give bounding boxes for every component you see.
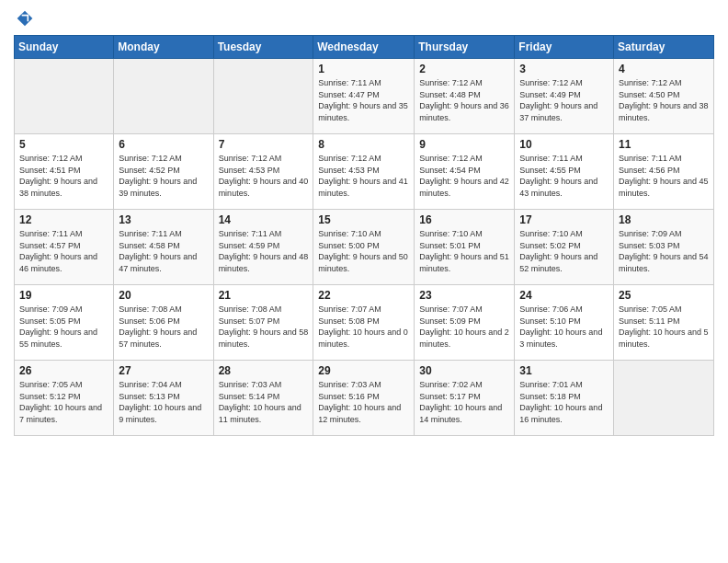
day-info: Sunrise: 7:12 AM Sunset: 4:49 PM Dayligh…: [519, 77, 609, 123]
day-number: 1: [318, 63, 409, 75]
day-info: Sunrise: 7:03 AM Sunset: 5:16 PM Dayligh…: [318, 379, 409, 425]
day-header-friday: Friday: [515, 36, 614, 59]
day-number: 6: [119, 138, 208, 151]
day-number: 22: [318, 289, 409, 302]
day-info: Sunrise: 7:06 AM Sunset: 5:10 PM Dayligh…: [519, 304, 609, 350]
calendar-cell: [114, 59, 213, 134]
day-number: 12: [19, 213, 108, 226]
calendar-cell: [213, 59, 313, 134]
day-number: 10: [519, 138, 609, 151]
day-number: 2: [419, 63, 509, 75]
day-info: Sunrise: 7:07 AM Sunset: 5:09 PM Dayligh…: [419, 304, 509, 350]
calendar-cell: 17Sunrise: 7:10 AM Sunset: 5:02 PM Dayli…: [515, 210, 614, 285]
calendar-cell: [614, 361, 714, 436]
day-info: Sunrise: 7:10 AM Sunset: 5:00 PM Dayligh…: [318, 228, 409, 274]
day-info: Sunrise: 7:08 AM Sunset: 5:06 PM Dayligh…: [119, 304, 208, 350]
calendar-cell: 28Sunrise: 7:03 AM Sunset: 5:14 PM Dayli…: [213, 361, 313, 436]
calendar-cell: 7Sunrise: 7:12 AM Sunset: 4:53 PM Daylig…: [213, 134, 313, 210]
day-info: Sunrise: 7:10 AM Sunset: 5:01 PM Dayligh…: [419, 228, 509, 274]
day-number: 29: [318, 364, 409, 377]
logo-icon: [16, 9, 34, 28]
day-info: Sunrise: 7:12 AM Sunset: 4:52 PM Dayligh…: [119, 153, 208, 199]
day-info: Sunrise: 7:09 AM Sunset: 5:05 PM Dayligh…: [19, 304, 108, 350]
day-number: 27: [119, 364, 208, 377]
calendar-cell: 31Sunrise: 7:01 AM Sunset: 5:18 PM Dayli…: [515, 361, 614, 436]
calendar-cell: 27Sunrise: 7:04 AM Sunset: 5:13 PM Dayli…: [114, 361, 213, 436]
calendar-cell: 13Sunrise: 7:11 AM Sunset: 4:58 PM Dayli…: [114, 210, 213, 285]
calendar-cell: 19Sunrise: 7:09 AM Sunset: 5:05 PM Dayli…: [15, 285, 114, 361]
day-info: Sunrise: 7:05 AM Sunset: 5:12 PM Dayligh…: [19, 379, 108, 425]
day-number: 11: [619, 138, 709, 151]
calendar-week-row: 1Sunrise: 7:11 AM Sunset: 4:47 PM Daylig…: [15, 59, 714, 134]
calendar-cell: 25Sunrise: 7:05 AM Sunset: 5:11 PM Dayli…: [614, 285, 714, 361]
calendar-cell: 5Sunrise: 7:12 AM Sunset: 4:51 PM Daylig…: [15, 134, 114, 210]
calendar-cell: [15, 59, 114, 134]
day-info: Sunrise: 7:12 AM Sunset: 4:53 PM Dayligh…: [219, 153, 309, 199]
day-info: Sunrise: 7:11 AM Sunset: 4:57 PM Dayligh…: [19, 228, 108, 274]
day-info: Sunrise: 7:01 AM Sunset: 5:18 PM Dayligh…: [519, 379, 609, 425]
day-number: 15: [318, 213, 409, 226]
day-info: Sunrise: 7:12 AM Sunset: 4:54 PM Dayligh…: [419, 153, 509, 199]
day-header-wednesday: Wednesday: [313, 36, 415, 59]
day-info: Sunrise: 7:10 AM Sunset: 5:02 PM Dayligh…: [519, 228, 609, 274]
calendar: SundayMondayTuesdayWednesdayThursdayFrid…: [14, 35, 714, 436]
calendar-cell: 6Sunrise: 7:12 AM Sunset: 4:52 PM Daylig…: [114, 134, 213, 210]
day-header-thursday: Thursday: [415, 36, 515, 59]
day-number: 26: [19, 364, 108, 377]
calendar-week-row: 12Sunrise: 7:11 AM Sunset: 4:57 PM Dayli…: [15, 210, 714, 285]
calendar-cell: 14Sunrise: 7:11 AM Sunset: 4:59 PM Dayli…: [213, 210, 313, 285]
calendar-header-row: SundayMondayTuesdayWednesdayThursdayFrid…: [15, 36, 714, 59]
calendar-cell: 26Sunrise: 7:05 AM Sunset: 5:12 PM Dayli…: [15, 361, 114, 436]
calendar-cell: 15Sunrise: 7:10 AM Sunset: 5:00 PM Dayli…: [313, 210, 415, 285]
day-info: Sunrise: 7:11 AM Sunset: 4:47 PM Dayligh…: [318, 77, 409, 123]
day-number: 18: [619, 213, 709, 226]
calendar-cell: 1Sunrise: 7:11 AM Sunset: 4:47 PM Daylig…: [313, 59, 415, 134]
calendar-cell: 12Sunrise: 7:11 AM Sunset: 4:57 PM Dayli…: [15, 210, 114, 285]
calendar-cell: 30Sunrise: 7:02 AM Sunset: 5:17 PM Dayli…: [415, 361, 515, 436]
day-info: Sunrise: 7:12 AM Sunset: 4:53 PM Dayligh…: [318, 153, 409, 199]
day-number: 24: [519, 289, 609, 302]
calendar-week-row: 19Sunrise: 7:09 AM Sunset: 5:05 PM Dayli…: [15, 285, 714, 361]
calendar-cell: 21Sunrise: 7:08 AM Sunset: 5:07 PM Dayli…: [213, 285, 313, 361]
day-info: Sunrise: 7:11 AM Sunset: 4:58 PM Dayligh…: [119, 228, 208, 274]
day-header-monday: Monday: [114, 36, 213, 59]
day-info: Sunrise: 7:08 AM Sunset: 5:07 PM Dayligh…: [219, 304, 309, 350]
day-number: 20: [119, 289, 208, 302]
day-number: 3: [519, 63, 609, 75]
day-number: 8: [318, 138, 409, 151]
day-number: 13: [119, 213, 208, 226]
day-number: 28: [219, 364, 309, 377]
day-info: Sunrise: 7:11 AM Sunset: 4:59 PM Dayligh…: [219, 228, 309, 274]
calendar-cell: 23Sunrise: 7:07 AM Sunset: 5:09 PM Dayli…: [415, 285, 515, 361]
day-number: 17: [519, 213, 609, 226]
day-info: Sunrise: 7:11 AM Sunset: 4:55 PM Dayligh…: [519, 153, 609, 199]
day-number: 16: [419, 213, 509, 226]
day-number: 5: [19, 138, 108, 151]
calendar-cell: 11Sunrise: 7:11 AM Sunset: 4:56 PM Dayli…: [614, 134, 714, 210]
day-header-saturday: Saturday: [614, 36, 714, 59]
day-number: 9: [419, 138, 509, 151]
calendar-cell: 22Sunrise: 7:07 AM Sunset: 5:08 PM Dayli…: [313, 285, 415, 361]
calendar-cell: 29Sunrise: 7:03 AM Sunset: 5:16 PM Dayli…: [313, 361, 415, 436]
calendar-cell: 24Sunrise: 7:06 AM Sunset: 5:10 PM Dayli…: [515, 285, 614, 361]
calendar-week-row: 26Sunrise: 7:05 AM Sunset: 5:12 PM Dayli…: [15, 361, 714, 436]
calendar-cell: 9Sunrise: 7:12 AM Sunset: 4:54 PM Daylig…: [415, 134, 515, 210]
day-info: Sunrise: 7:11 AM Sunset: 4:56 PM Dayligh…: [619, 153, 709, 199]
day-info: Sunrise: 7:12 AM Sunset: 4:51 PM Dayligh…: [19, 153, 108, 199]
day-info: Sunrise: 7:07 AM Sunset: 5:08 PM Dayligh…: [318, 304, 409, 350]
calendar-cell: 16Sunrise: 7:10 AM Sunset: 5:01 PM Dayli…: [415, 210, 515, 285]
day-info: Sunrise: 7:12 AM Sunset: 4:48 PM Dayligh…: [419, 77, 509, 123]
day-number: 7: [219, 138, 309, 151]
page: SundayMondayTuesdayWednesdayThursdayFrid…: [0, 0, 728, 563]
day-number: 23: [419, 289, 509, 302]
day-info: Sunrise: 7:03 AM Sunset: 5:14 PM Dayligh…: [219, 379, 309, 425]
header: [14, 9, 714, 28]
calendar-week-row: 5Sunrise: 7:12 AM Sunset: 4:51 PM Daylig…: [15, 134, 714, 210]
calendar-cell: 20Sunrise: 7:08 AM Sunset: 5:06 PM Dayli…: [114, 285, 213, 361]
day-number: 21: [219, 289, 309, 302]
day-info: Sunrise: 7:02 AM Sunset: 5:17 PM Dayligh…: [419, 379, 509, 425]
day-number: 4: [619, 63, 709, 75]
day-header-tuesday: Tuesday: [213, 36, 313, 59]
day-number: 25: [619, 289, 709, 302]
calendar-cell: 8Sunrise: 7:12 AM Sunset: 4:53 PM Daylig…: [313, 134, 415, 210]
